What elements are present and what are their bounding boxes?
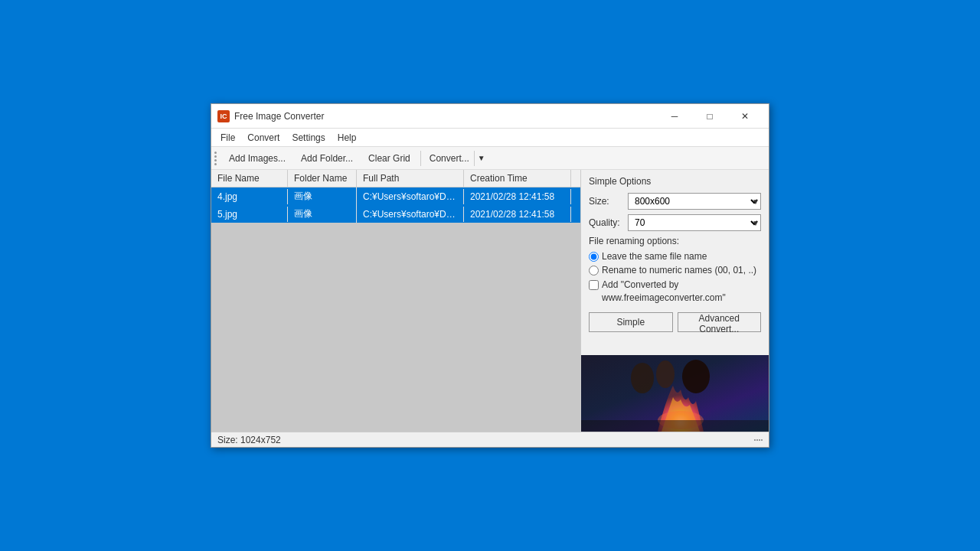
col-filename: File Name [211,170,288,187]
close-button[interactable]: ✕ [727,104,763,129]
radio-same-name-label: Leave the same file name [602,251,707,262]
svg-point-3 [682,360,710,393]
size-row: Size: 800x600 1024x768 1280x960 ▼ [589,193,761,210]
table-header: File Name Folder Name Full Path Creation… [211,170,580,187]
main-area: File Name Folder Name Full Path Creation… [211,170,769,432]
svg-rect-5 [581,420,769,432]
preview-svg [581,355,769,432]
toolbar-separator [420,151,421,166]
radio-same-name-row: Leave the same file name [589,251,761,262]
right-panel: Simple Options Size: 800x600 1024x768 12… [581,170,769,432]
radio-numeric-name-label: Rename to numeric names (00, 01, ..) [602,265,756,276]
cell-creation: 2021/02/28 12:41:58 [464,207,571,222]
radio-same-name[interactable] [589,252,599,262]
col-folder: Folder Name [288,170,357,187]
size-select[interactable]: 800x600 1024x768 1280x960 [628,193,761,210]
checkbox-converted-row: Add "Converted bywww.freeimageconverter.… [589,279,761,305]
status-bar: Size: 1024x752 [211,432,769,447]
window-controls: ─ □ ✕ [657,104,763,129]
quality-label: Quality: [589,217,623,228]
size-select-wrapper: 800x600 1024x768 1280x960 ▼ [628,193,761,210]
table-body: 4.jpg 画像 C:¥Users¥softaro¥De... 2021/02/… [211,187,580,432]
convert-main-button[interactable]: Convert... [425,151,474,166]
checkbox-converted[interactable] [589,280,599,290]
radio-numeric-name[interactable] [589,266,599,276]
quality-select-wrapper: 70 80 90 100 ▼ [628,214,761,231]
radio-numeric-name-row: Rename to numeric names (00, 01, ..) [589,265,761,276]
maximize-button[interactable]: □ [692,104,727,129]
advanced-convert-button[interactable]: Advanced Convert... [678,312,762,332]
renaming-label: File renaming options: [589,236,761,246]
cell-filename: 5.jpg [211,207,288,222]
status-text: Size: 1024x752 [217,435,281,445]
options-title: Simple Options [589,176,761,187]
menu-convert[interactable]: Convert [241,131,286,145]
cell-fullpath: C:¥Users¥softaro¥De... [357,189,464,204]
cell-folder: 画像 [288,187,357,205]
cell-fullpath: C:¥Users¥softaro¥De... [357,207,464,222]
file-panel: File Name Folder Name Full Path Creation… [211,170,581,432]
window-title: Free Image Converter [234,111,657,122]
cell-folder: 画像 [288,205,357,223]
simple-options: Simple Options Size: 800x600 1024x768 12… [581,170,769,355]
toolbar: Add Images... Add Folder... Clear Grid C… [211,147,769,170]
convert-split-button[interactable]: Convert... ▼ [424,150,489,167]
toolbar-grip [214,151,217,166]
svg-point-2 [656,360,675,388]
menu-bar: File Convert Settings Help [211,129,769,147]
svg-point-1 [631,363,654,393]
cell-creation: 2021/02/28 12:41:58 [464,189,571,204]
size-label: Size: [589,196,623,207]
main-window: IC Free Image Converter ─ □ ✕ File Conve… [211,103,769,448]
checkbox-converted-label: Add "Converted bywww.freeimageconverter.… [602,279,726,305]
table-row[interactable]: 5.jpg 画像 C:¥Users¥softaro¥De... 2021/02/… [211,205,580,223]
clear-grid-button[interactable]: Clear Grid [361,150,417,167]
action-buttons: Simple Advanced Convert... [589,312,761,332]
convert-arrow-button[interactable]: ▼ [474,151,488,166]
cell-filename: 4.jpg [211,189,288,204]
minimize-button[interactable]: ─ [657,104,692,129]
preview-image [581,355,769,432]
menu-file[interactable]: File [214,131,241,145]
col-fullpath: Full Path [357,170,464,187]
menu-help[interactable]: Help [332,131,363,145]
add-folder-button[interactable]: Add Folder... [294,150,360,167]
simple-button[interactable]: Simple [589,312,673,332]
quality-row: Quality: 70 80 90 100 ▼ [589,214,761,231]
col-creation: Creation Time [464,170,571,187]
menu-settings[interactable]: Settings [286,131,331,145]
preview-area [581,355,769,432]
app-icon: IC [217,110,230,122]
add-images-button[interactable]: Add Images... [222,150,292,167]
title-bar: IC Free Image Converter ─ □ ✕ [211,104,769,129]
quality-select[interactable]: 70 80 90 100 [628,214,761,231]
resize-grip[interactable] [754,439,763,441]
table-row[interactable]: 4.jpg 画像 C:¥Users¥softaro¥De... 2021/02/… [211,187,580,205]
